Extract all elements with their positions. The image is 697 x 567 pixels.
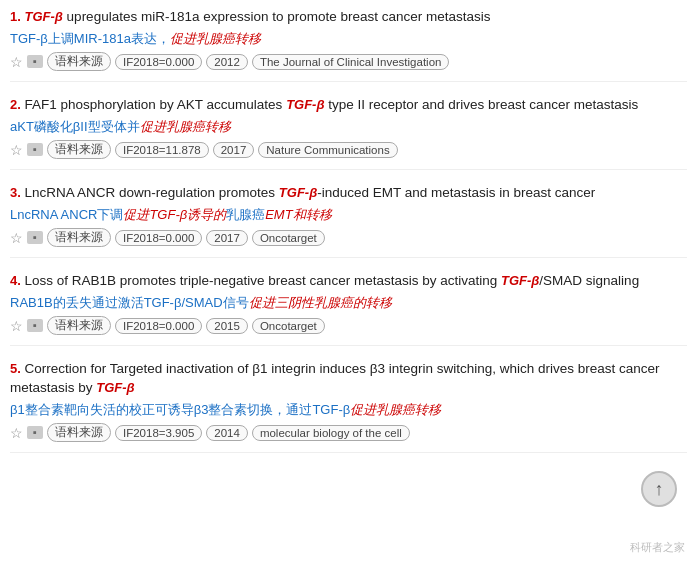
result-title: 5. Correction for Targeted inactivation … (10, 360, 687, 398)
chinese-plain: TGF-β上调MIR-181a表达， (10, 31, 170, 46)
chinese-italic-red: 促进乳腺癌转移 (350, 402, 441, 417)
chinese-title: β1整合素靶向失活的校正可诱导β3整合素切换，通过TGF-β促进乳腺癌转移 (10, 401, 687, 419)
chinese-italic-red: EMT和转移 (265, 207, 331, 222)
chinese-title: aKT磷酸化βII型受体并促进乳腺癌转移 (10, 118, 687, 136)
result-item: 1. TGF-β upregulates miR-181a expression… (10, 8, 687, 82)
chinese-italic-red: 促进乳腺癌转移 (170, 31, 261, 46)
source-tag[interactable]: 语料来源 (47, 228, 111, 247)
if-tag: IF2018=0.000 (115, 54, 202, 70)
star-icon[interactable]: ☆ (10, 142, 23, 158)
folder-icon[interactable]: ▪ (27, 319, 43, 332)
title-italic-red: TGF-β (96, 380, 134, 395)
chinese-title: RAB1B的丢失通过激活TGF-β/SMAD信号促进三阴性乳腺癌的转移 (10, 294, 687, 312)
folder-icon[interactable]: ▪ (27, 143, 43, 156)
journal-tag: Oncotarget (252, 318, 325, 334)
folder-icon[interactable]: ▪ (27, 231, 43, 244)
journal-tag: Oncotarget (252, 230, 325, 246)
result-item: 3. LncRNA ANCR down-regulation promotes … (10, 184, 687, 258)
title-plain: -induced EMT and metastasis in breast ca… (317, 185, 595, 200)
star-icon[interactable]: ☆ (10, 230, 23, 246)
title-plain: /SMAD signaling (539, 273, 639, 288)
source-tag[interactable]: 语料来源 (47, 52, 111, 71)
title-plain: Loss of RAB1B promotes triple-negative b… (24, 273, 500, 288)
result-list: 1. TGF-β upregulates miR-181a expression… (10, 8, 687, 453)
year-tag: 2017 (213, 142, 255, 158)
result-title: 4. Loss of RAB1B promotes triple-negativ… (10, 272, 687, 291)
result-item: 5. Correction for Targeted inactivation … (10, 360, 687, 453)
star-icon[interactable]: ☆ (10, 318, 23, 334)
chinese-title: LncRNA ANCR下调促进TGF-β诱导的乳腺癌EMT和转移 (10, 206, 687, 224)
result-title: 3. LncRNA ANCR down-regulation promotes … (10, 184, 687, 203)
result-item: 4. Loss of RAB1B promotes triple-negativ… (10, 272, 687, 346)
source-tag[interactable]: 语料来源 (47, 423, 111, 442)
star-icon[interactable]: ☆ (10, 425, 23, 441)
chinese-plain: aKT磷酸化βII型受体并 (10, 119, 140, 134)
chinese-italic-red: 促进三阴性乳腺癌的转移 (249, 295, 392, 310)
year-tag: 2012 (206, 54, 248, 70)
year-tag: 2017 (206, 230, 248, 246)
star-icon[interactable]: ☆ (10, 54, 23, 70)
title-italic-red: TGF-β (279, 185, 317, 200)
if-tag: IF2018=3.905 (115, 425, 202, 441)
meta-line: ☆▪语料来源IF2018=0.0002017Oncotarget (10, 228, 687, 247)
if-tag: IF2018=0.000 (115, 318, 202, 334)
watermark: 科研者之家 (630, 540, 685, 555)
chinese-title: TGF-β上调MIR-181a表达，促进乳腺癌转移 (10, 30, 687, 48)
meta-line: ☆▪语料来源IF2018=0.0002012The Journal of Cli… (10, 52, 687, 71)
year-tag: 2014 (206, 425, 248, 441)
folder-icon[interactable]: ▪ (27, 426, 43, 439)
title-plain: type II receptor and drives breast cance… (325, 97, 639, 112)
result-item: 2. FAF1 phosphorylation by AKT accumulat… (10, 96, 687, 170)
folder-icon[interactable]: ▪ (27, 55, 43, 68)
if-tag: IF2018=11.878 (115, 142, 209, 158)
meta-line: ☆▪语料来源IF2018=0.0002015Oncotarget (10, 316, 687, 335)
result-title: 2. FAF1 phosphorylation by AKT accumulat… (10, 96, 687, 115)
title-plain: upregulates miR-181a expression to promo… (63, 9, 491, 24)
result-number: 1. (10, 9, 24, 24)
chinese-plain: RAB1B的丢失通过激活TGF-β/SMAD信号 (10, 295, 249, 310)
scroll-up-button[interactable]: ↑ (641, 471, 677, 507)
journal-tag: molecular biology of the cell (252, 425, 410, 441)
title-italic-red: TGF-β (24, 9, 62, 24)
result-title: 1. TGF-β upregulates miR-181a expression… (10, 8, 687, 27)
result-number: 4. (10, 273, 24, 288)
chinese-italic-red: 促进TGF-β诱导的 (123, 207, 226, 222)
result-number: 5. (10, 361, 24, 376)
result-number: 2. (10, 97, 24, 112)
chinese-plain: β1整合素靶向失活的校正可诱导β3整合素切换，通过TGF-β (10, 402, 350, 417)
source-tag[interactable]: 语料来源 (47, 140, 111, 159)
meta-line: ☆▪语料来源IF2018=3.9052014molecular biology … (10, 423, 687, 442)
title-italic-red: TGF-β (286, 97, 324, 112)
title-italic-red: TGF-β (501, 273, 539, 288)
chinese-plain: 乳腺癌 (226, 207, 265, 222)
year-tag: 2015 (206, 318, 248, 334)
result-number: 3. (10, 185, 24, 200)
source-tag[interactable]: 语料来源 (47, 316, 111, 335)
journal-tag: Nature Communications (258, 142, 397, 158)
chinese-plain: LncRNA ANCR下调 (10, 207, 123, 222)
journal-tag: The Journal of Clinical Investigation (252, 54, 450, 70)
meta-line: ☆▪语料来源IF2018=11.8782017Nature Communicat… (10, 140, 687, 159)
chinese-italic-red: 促进乳腺癌转移 (140, 119, 231, 134)
title-plain: FAF1 phosphorylation by AKT accumulates (24, 97, 286, 112)
title-plain: LncRNA ANCR down-regulation promotes (24, 185, 278, 200)
if-tag: IF2018=0.000 (115, 230, 202, 246)
